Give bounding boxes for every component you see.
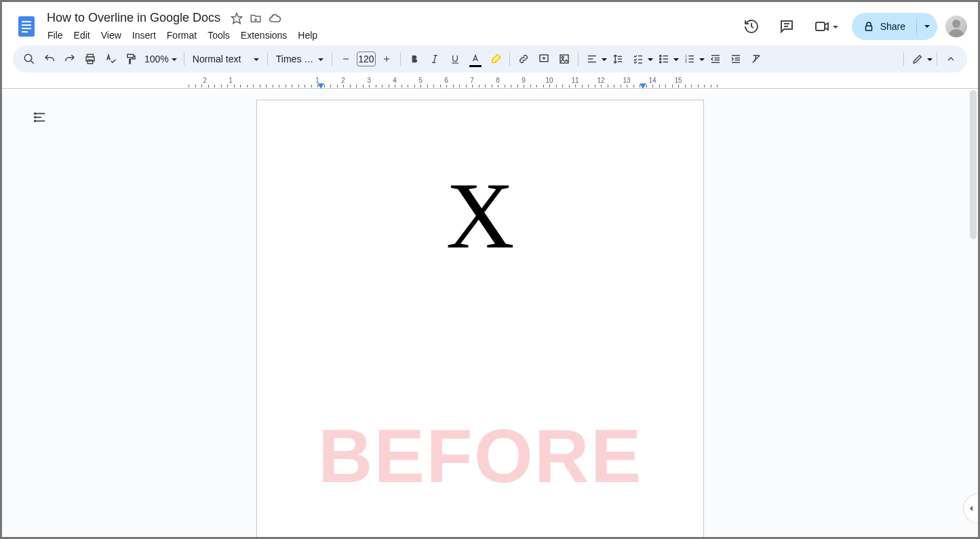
ruler-label: 11 xyxy=(571,77,579,84)
account-avatar[interactable] xyxy=(945,16,967,37)
toolbar: 100% Normal text Times … 123 xyxy=(13,45,967,73)
clear-format-icon[interactable] xyxy=(747,49,766,68)
checklist-icon[interactable] xyxy=(629,49,648,68)
italic-icon[interactable] xyxy=(425,49,444,68)
separator xyxy=(903,52,904,66)
font-select[interactable]: Times … xyxy=(272,54,328,64)
menu-extensions[interactable]: Extensions xyxy=(236,27,292,43)
search-icon[interactable] xyxy=(20,49,39,68)
svg-point-63 xyxy=(35,117,36,118)
ruler-label: 1 xyxy=(229,77,233,84)
watermark-text: BEFORE xyxy=(318,412,643,500)
star-icon[interactable] xyxy=(230,12,243,25)
separator xyxy=(184,52,184,66)
ruler-label: 2 xyxy=(341,77,345,84)
menu-insert[interactable]: Insert xyxy=(128,27,161,43)
share-dropdown[interactable] xyxy=(917,13,937,40)
ruler-label: 5 xyxy=(418,77,423,84)
document-outline-icon[interactable] xyxy=(32,109,48,125)
separator xyxy=(267,52,268,66)
ruler-label: 15 xyxy=(674,77,682,84)
svg-point-28 xyxy=(562,56,564,58)
document-page[interactable]: X BEFORE xyxy=(256,100,704,537)
scrollthumb[interactable] xyxy=(970,90,977,239)
spellcheck-icon[interactable] xyxy=(101,49,120,68)
print-icon[interactable] xyxy=(81,49,100,68)
move-icon[interactable] xyxy=(249,12,262,25)
fontsize-input[interactable] xyxy=(357,52,376,66)
undo-icon[interactable] xyxy=(40,49,59,68)
decrease-fontsize-icon[interactable] xyxy=(336,49,355,68)
text-color-icon[interactable] xyxy=(466,49,485,68)
font-value: Times … xyxy=(276,54,313,64)
ruler-label: 2 xyxy=(203,77,207,84)
menu-file[interactable]: File xyxy=(43,27,68,43)
separator xyxy=(332,52,332,66)
svg-rect-1 xyxy=(22,21,31,22)
chevron-down-icon[interactable] xyxy=(602,53,607,65)
ruler-label: 3 xyxy=(367,77,371,84)
document-text[interactable]: X xyxy=(305,168,656,263)
separator xyxy=(509,52,510,66)
insert-image-icon[interactable] xyxy=(555,49,574,68)
paragraph-style-select[interactable]: Normal text xyxy=(189,54,263,64)
paint-format-icon[interactable] xyxy=(121,49,140,68)
ruler[interactable]: 21123456789101112131415 xyxy=(2,75,978,89)
menu-format[interactable]: Format xyxy=(162,27,201,43)
menu-edit[interactable]: Edit xyxy=(69,27,95,43)
comment-icon[interactable] xyxy=(773,13,800,40)
svg-point-40 xyxy=(659,61,661,62)
menu-tools[interactable]: Tools xyxy=(203,27,235,43)
cloud-status-icon[interactable] xyxy=(268,12,281,25)
scrollbar[interactable] xyxy=(970,90,977,534)
redo-icon[interactable] xyxy=(60,49,79,68)
hide-menus-icon[interactable] xyxy=(941,49,960,68)
zoom-value: 100% xyxy=(144,54,169,64)
docs-logo[interactable] xyxy=(13,13,40,40)
separator xyxy=(400,52,401,66)
menu-help[interactable]: Help xyxy=(293,27,322,43)
svg-point-39 xyxy=(659,58,661,60)
svg-rect-8 xyxy=(816,22,825,31)
add-comment-icon[interactable] xyxy=(534,49,553,68)
svg-line-12 xyxy=(31,60,34,64)
svg-point-38 xyxy=(659,55,661,56)
document-title[interactable]: How to Overline in Google Docs xyxy=(43,9,224,26)
menu-view[interactable]: View xyxy=(96,27,126,43)
history-icon[interactable] xyxy=(738,13,765,40)
meet-dropdown-icon xyxy=(833,20,838,33)
svg-point-11 xyxy=(24,54,32,62)
zoom-select[interactable]: 100% xyxy=(142,54,180,64)
highlight-color-icon[interactable] xyxy=(486,49,505,68)
chevron-down-icon[interactable] xyxy=(673,53,679,65)
bulleted-list-icon[interactable] xyxy=(654,49,673,68)
separator xyxy=(578,52,579,66)
ruler-label: 8 xyxy=(496,77,500,84)
separator xyxy=(937,52,937,66)
increase-indent-icon[interactable] xyxy=(726,49,745,68)
meet-icon[interactable] xyxy=(808,13,844,40)
insert-link-icon[interactable] xyxy=(514,49,533,68)
chevron-down-icon[interactable] xyxy=(648,53,653,65)
svg-text:3: 3 xyxy=(685,60,687,64)
line-spacing-icon[interactable] xyxy=(608,49,627,68)
editing-mode-icon[interactable] xyxy=(908,49,927,68)
svg-rect-16 xyxy=(128,54,134,58)
ruler-label: 9 xyxy=(522,77,526,84)
chevron-down-icon[interactable] xyxy=(927,53,933,65)
svg-line-22 xyxy=(433,56,435,63)
bold-icon[interactable] xyxy=(405,49,424,68)
align-icon[interactable] xyxy=(583,49,602,68)
numbered-list-icon[interactable]: 123 xyxy=(680,49,699,68)
ruler-label: 10 xyxy=(545,77,553,84)
lock-icon xyxy=(863,20,875,33)
underline-icon[interactable] xyxy=(446,49,465,68)
increase-fontsize-icon[interactable] xyxy=(377,49,396,68)
svg-marker-5 xyxy=(232,13,242,23)
decrease-indent-icon[interactable] xyxy=(706,49,725,68)
share-button[interactable]: Share xyxy=(852,13,937,40)
svg-point-10 xyxy=(952,20,960,28)
svg-rect-0 xyxy=(18,16,35,37)
svg-rect-3 xyxy=(22,28,31,29)
chevron-down-icon[interactable] xyxy=(699,53,705,65)
